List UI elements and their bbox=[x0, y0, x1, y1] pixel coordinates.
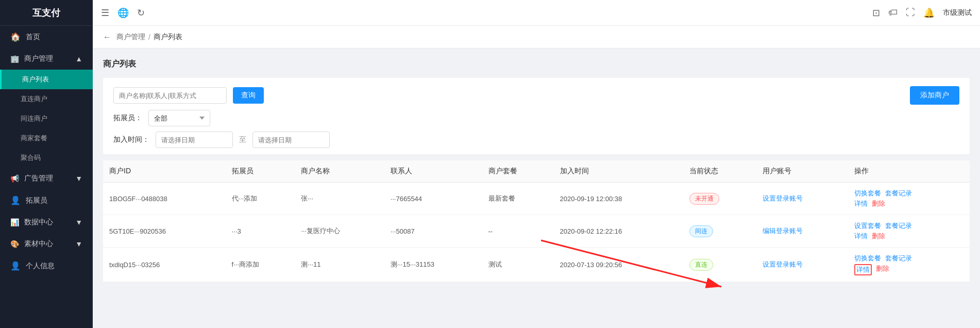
breadcrumb-bar: ← 商户管理 / 商户列表 bbox=[93, 26, 980, 48]
op-links: 切换套餐 套餐记录 详情 删除 bbox=[854, 189, 964, 208]
search-input[interactable] bbox=[113, 87, 227, 104]
op-detail[interactable]: 详情 bbox=[854, 232, 868, 241]
sidebar-item-personal-label: 个人信息 bbox=[26, 261, 55, 271]
cell-package: 最新套餐 bbox=[482, 183, 554, 215]
sidebar-item-promoter-label: 拓展员 bbox=[26, 196, 47, 205]
sidebar-item-home[interactable]: 🏠 首页 bbox=[0, 26, 93, 48]
op-delete[interactable]: 删除 bbox=[872, 199, 885, 208]
op-delete[interactable]: 删除 bbox=[872, 232, 885, 241]
sidebar-group-data[interactable]: 📊 数据中心 ▼ bbox=[0, 211, 93, 233]
cell-join-time: 2020-09-02 12:22:16 bbox=[554, 215, 683, 248]
data-arrow-icon: ▼ bbox=[75, 218, 82, 226]
cell-name: 测···11 bbox=[295, 248, 384, 282]
cell-package: 测试 bbox=[482, 248, 554, 282]
cell-contact: 测···15···31153 bbox=[384, 248, 482, 282]
cell-id: txdlqD15···03256 bbox=[103, 248, 226, 282]
globe-icon[interactable]: 🌐 bbox=[117, 7, 129, 19]
breadcrumb-back-button[interactable]: ← bbox=[103, 32, 111, 42]
tag-icon[interactable]: 🏷 bbox=[888, 7, 898, 18]
sidebar-item-promoter[interactable]: 👤 拓展员 bbox=[0, 189, 93, 211]
ad-icon: 📢 bbox=[10, 174, 19, 183]
col-id: 商户ID bbox=[103, 160, 226, 183]
col-contact: 联系人 bbox=[384, 160, 482, 183]
account-link[interactable]: 编辑登录账号 bbox=[763, 227, 803, 235]
search-button[interactable]: 查询 bbox=[233, 87, 264, 104]
op-detail[interactable]: 详情 bbox=[854, 264, 872, 275]
sidebar-item-package-label: 商家套餐 bbox=[21, 134, 47, 143]
breadcrumb-parent: 商户管理 bbox=[116, 32, 145, 42]
scan-icon[interactable]: ⊡ bbox=[872, 7, 880, 19]
op-switch-package[interactable]: 设置套餐 bbox=[854, 221, 881, 231]
table-row: 5GT10E···9020536 ···3 ···复医疗中心 ···50087 … bbox=[103, 215, 970, 248]
sidebar-item-package[interactable]: 商家套餐 bbox=[0, 128, 93, 148]
op-delete[interactable]: 删除 bbox=[876, 264, 889, 275]
col-account: 用户账号 bbox=[756, 160, 848, 183]
bell-icon[interactable]: 🔔 bbox=[923, 7, 935, 19]
cell-join-time: 2020-09-19 12:00:38 bbox=[554, 183, 683, 215]
col-status: 当前状态 bbox=[683, 160, 756, 183]
sidebar-group-ad-label: 广告管理 bbox=[24, 174, 53, 183]
status-badge: 未开通 bbox=[689, 193, 719, 205]
op-row-2: 详情 删除 bbox=[854, 199, 885, 208]
cell-account[interactable]: 编辑登录账号 bbox=[756, 215, 848, 248]
cell-id: 5GT10E···9020536 bbox=[103, 215, 226, 248]
filter-row-date: 加入时间： 至 bbox=[113, 132, 959, 148]
op-row-2: 详情 删除 bbox=[854, 232, 885, 241]
menu-icon[interactable]: ☰ bbox=[101, 7, 109, 19]
sidebar-item-indirect[interactable]: 间连商户 bbox=[0, 109, 93, 128]
op-switch-package[interactable]: 切换套餐 bbox=[854, 189, 881, 198]
status-badge: 间连 bbox=[689, 225, 713, 237]
sidebar-item-aggregate[interactable]: 聚合码 bbox=[0, 148, 93, 168]
col-ops: 操作 bbox=[848, 160, 970, 183]
add-merchant-button[interactable]: 添加商户 bbox=[910, 86, 959, 105]
breadcrumb-separator: / bbox=[148, 33, 150, 41]
op-package-record[interactable]: 套餐记录 bbox=[885, 254, 912, 263]
sidebar-group-ad[interactable]: 📢 广告管理 ▼ bbox=[0, 168, 93, 189]
cell-ops: 设置套餐 套餐记录 详情 删除 bbox=[848, 215, 970, 248]
sidebar-item-merchant-list[interactable]: 商户列表 bbox=[0, 70, 93, 89]
sidebar-group-merchant[interactable]: 🏢 商户管理 ▲ bbox=[0, 48, 93, 70]
cell-contact: ···7665544 bbox=[384, 183, 482, 215]
date-end-input[interactable] bbox=[252, 132, 330, 148]
home-icon: 🏠 bbox=[10, 32, 21, 42]
sidebar-group-merchant-label: 商户管理 bbox=[24, 54, 53, 63]
merchant-icon: 🏢 bbox=[10, 55, 19, 63]
col-name: 商户名称 bbox=[295, 160, 384, 183]
sidebar-group-material[interactable]: 🎨 素材中心 ▼ bbox=[0, 233, 93, 255]
status-badge: 直连 bbox=[689, 259, 713, 271]
cell-account[interactable]: 设置登录账号 bbox=[756, 183, 848, 215]
refresh-icon[interactable]: ↻ bbox=[137, 7, 145, 19]
search-section: 查询 添加商户 拓展员： 全部 加入时间： 至 bbox=[103, 78, 970, 154]
table-row: txdlqD15···03256 f···商添加 测···11 测···15··… bbox=[103, 248, 970, 282]
sidebar-item-home-label: 首页 bbox=[26, 32, 40, 42]
cell-status: 直连 bbox=[683, 248, 756, 282]
page-content: 商户列表 查询 添加商户 拓展员： 全部 加入时间： 至 bbox=[93, 48, 980, 328]
sidebar-item-direct[interactable]: 直连商户 bbox=[0, 89, 93, 109]
account-link[interactable]: 设置登录账号 bbox=[763, 194, 803, 202]
content-wrap: 商户ID 拓展员 商户名称 联系人 商户套餐 加入时间 当前状态 用户账号 操作 bbox=[103, 160, 970, 282]
account-link[interactable]: 设置登录账号 bbox=[763, 260, 803, 268]
table-header-row: 商户ID 拓展员 商户名称 联系人 商户套餐 加入时间 当前状态 用户账号 操作 bbox=[103, 160, 970, 183]
op-package-record[interactable]: 套餐记录 bbox=[885, 189, 912, 198]
sidebar-item-merchant-list-label: 商户列表 bbox=[22, 75, 49, 84]
sidebar-item-direct-label: 直连商户 bbox=[21, 94, 47, 104]
sidebar-group-data-label: 数据中心 bbox=[24, 218, 53, 227]
data-icon: 📊 bbox=[10, 218, 19, 226]
op-package-record[interactable]: 套餐记录 bbox=[885, 221, 912, 231]
cell-id: 1BOG5F···0488038 bbox=[103, 183, 226, 215]
op-detail[interactable]: 详情 bbox=[854, 199, 868, 208]
breadcrumb-current: 商户列表 bbox=[154, 32, 182, 42]
cell-account[interactable]: 设置登录账号 bbox=[756, 248, 848, 282]
promoter-select[interactable]: 全部 bbox=[148, 110, 210, 126]
ad-arrow-icon: ▼ bbox=[75, 174, 82, 183]
cell-promoter: f···商添加 bbox=[226, 248, 295, 282]
promoter-filter-label: 拓展员： bbox=[113, 113, 142, 123]
cell-status: 未开通 bbox=[683, 183, 756, 215]
fullscreen-icon[interactable]: ⛶ bbox=[906, 7, 915, 18]
op-row-1: 设置套餐 套餐记录 bbox=[854, 221, 912, 231]
cell-package: -- bbox=[482, 215, 554, 248]
op-switch-package[interactable]: 切换套餐 bbox=[854, 254, 881, 263]
sidebar-item-personal[interactable]: 👤 个人信息 bbox=[0, 255, 93, 277]
date-separator: 至 bbox=[239, 135, 246, 144]
date-start-input[interactable] bbox=[156, 132, 233, 148]
